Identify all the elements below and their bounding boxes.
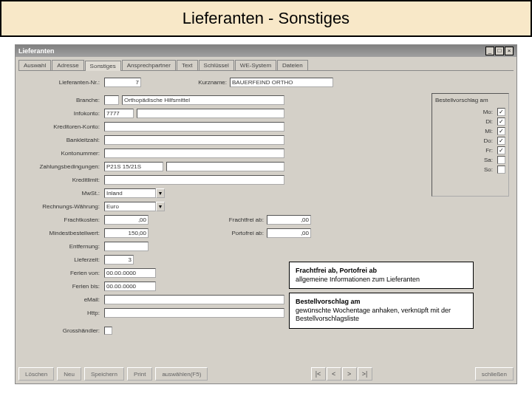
- chevron-down-icon[interactable]: ▼: [156, 202, 165, 211]
- bankleitzahl-label: Bankleitzahl:: [23, 137, 104, 143]
- callout-bestellvorschlag-title: Bestellvorschlag am: [296, 298, 361, 305]
- mindestbestellwert-input[interactable]: [104, 228, 149, 238]
- day-sa-checkbox[interactable]: [497, 156, 505, 164]
- branche-text-input[interactable]: [122, 95, 284, 105]
- tab-text[interactable]: Text: [177, 60, 198, 70]
- nav-next-button[interactable]: >: [342, 367, 357, 381]
- day-so-checkbox[interactable]: [497, 166, 505, 174]
- nav-first-button[interactable]: |<: [311, 367, 326, 381]
- mwst-dropdown[interactable]: ▼: [104, 188, 165, 198]
- tab-schluessel[interactable]: Schlüssel: [199, 60, 234, 70]
- day-fr-label: Fr:: [485, 147, 493, 154]
- day-mo-label: Mo:: [483, 109, 493, 115]
- ferienbis-label: Ferien bis:: [23, 283, 104, 290]
- tab-wesystem[interactable]: WE-System: [235, 60, 276, 70]
- frachtkosten-label: Frachtkosten:: [23, 216, 104, 223]
- day-mi-checkbox[interactable]: ✓: [497, 127, 505, 135]
- ferienvon-label: Ferien von:: [23, 270, 104, 276]
- bestellvorschlag-header: Bestellvorschlag am: [435, 97, 505, 103]
- frachtkosten-input[interactable]: [104, 215, 149, 225]
- tab-adresse[interactable]: Adresse: [52, 60, 83, 70]
- infokonto-input[interactable]: [104, 109, 134, 118]
- callout-frachtfrei-text: allgemeine Informationen zum Lieferanten: [296, 276, 420, 283]
- maximize-icon[interactable]: □: [495, 47, 504, 55]
- neu-button[interactable]: Neu: [57, 367, 81, 381]
- kreditlimit-input[interactable]: [104, 175, 284, 185]
- portofreiab-label: Portofrei ab:: [222, 230, 267, 236]
- mwst-label: MwSt.:: [23, 190, 104, 197]
- day-mi-label: Mi:: [485, 128, 493, 134]
- tab-dateien[interactable]: Dateien: [277, 60, 308, 70]
- branche-code-input[interactable]: [104, 95, 119, 105]
- mindestbestellwert-label: Mindestbestellwert:: [23, 230, 104, 236]
- loeschen-button[interactable]: Löschen: [18, 367, 54, 381]
- day-di-label: Di:: [485, 118, 493, 125]
- zahlungsbed-text-input[interactable]: [166, 162, 284, 171]
- nav-prev-button[interactable]: <: [327, 367, 341, 381]
- ferienvon-input[interactable]: [104, 268, 156, 278]
- titlebar: Lieferanten _ □ ×: [16, 45, 516, 57]
- minimize-icon[interactable]: _: [485, 47, 494, 55]
- waehrung-input[interactable]: [104, 202, 156, 211]
- lieferzeit-input[interactable]: [104, 255, 134, 265]
- auswaehlen-button[interactable]: auswählen(F5): [155, 367, 208, 381]
- tab-bar: Auswahl Adresse Sonstiges Ansprechpartne…: [18, 60, 514, 71]
- day-sa-label: Sa:: [484, 157, 493, 163]
- bottom-toolbar: Löschen Neu Speichern Print auswählen(F5…: [18, 367, 514, 381]
- infokonto-text-input[interactable]: [137, 109, 284, 118]
- bankleitzahl-input[interactable]: [104, 135, 284, 145]
- callout-bestellvorschlag: Bestellvorschlag am gewünschte Wochentag…: [289, 293, 474, 329]
- day-di-checkbox[interactable]: ✓: [497, 117, 505, 126]
- callout-frachtfrei: Frachtfrei ab, Portofrei ab allgemeine I…: [289, 262, 474, 289]
- page-banner: Lieferanten - Sonstiges: [0, 0, 532, 37]
- day-do-checkbox[interactable]: ✓: [497, 137, 505, 145]
- frachtfreiab-input[interactable]: [267, 215, 311, 225]
- entfernung-label: Entfernung:: [23, 243, 104, 250]
- tab-sonstiges[interactable]: Sonstiges: [85, 61, 121, 71]
- banner-title: Lieferanten - Sonstiges: [183, 9, 349, 28]
- tab-auswahl[interactable]: Auswahl: [18, 60, 51, 70]
- waehrung-label: Rechnungs-Währung:: [23, 203, 104, 210]
- infokonto-label: Infokonto:: [23, 110, 104, 117]
- http-label: Http:: [23, 310, 104, 316]
- print-button[interactable]: Print: [127, 367, 152, 381]
- mwst-input[interactable]: [104, 188, 156, 198]
- form-area: Lieferanten-Nr.: Kurzname: Branche: Info…: [16, 71, 516, 366]
- callout-frachtfrei-title: Frachtfrei ab, Portofrei ab: [296, 267, 377, 274]
- schliessen-button[interactable]: schließen: [475, 367, 514, 381]
- kontonummer-label: Kontonummer:: [23, 150, 104, 157]
- email-input[interactable]: [104, 295, 284, 304]
- speichern-button[interactable]: Speichern: [84, 367, 124, 381]
- close-icon[interactable]: ×: [505, 47, 514, 55]
- ferienbis-input[interactable]: [104, 282, 156, 291]
- bestellvorschlag-panel: Bestellvorschlag am Mo:✓ Di:✓ Mi:✓ Do:✓ …: [432, 93, 509, 197]
- frachtfreiab-label: Frachtfrei ab:: [222, 216, 267, 223]
- app-window: Lieferanten _ □ × Auswahl Adresse Sonsti…: [15, 44, 517, 384]
- grosshaendler-checkbox[interactable]: [104, 327, 112, 335]
- lieferzeit-label: Lieferzeit:: [23, 256, 104, 263]
- nav-last-button[interactable]: >|: [358, 367, 372, 381]
- grosshaendler-label: Grosshändler:: [23, 327, 104, 334]
- kontonummer-input[interactable]: [104, 149, 284, 158]
- kreditorenkonto-input[interactable]: [104, 122, 284, 132]
- portofreiab-input[interactable]: [267, 228, 311, 238]
- nav-buttons: |< < > >|: [311, 367, 372, 381]
- zahlungsbed-label: Zahlungsbedingungen:: [23, 163, 104, 170]
- window-title: Lieferanten: [18, 47, 55, 55]
- tab-ansprechpartner[interactable]: Ansprechpartner: [122, 60, 176, 70]
- kreditorenkonto-label: Kreditoren-Konto:: [23, 123, 104, 130]
- zahlungsbed-input[interactable]: [104, 162, 163, 171]
- day-fr-checkbox[interactable]: ✓: [497, 146, 505, 154]
- waehrung-dropdown[interactable]: ▼: [104, 202, 165, 211]
- branche-label: Branche:: [23, 97, 104, 103]
- kurzname-input[interactable]: [230, 78, 333, 87]
- entfernung-input[interactable]: [104, 242, 149, 251]
- lieferantennr-input[interactable]: [104, 78, 141, 87]
- lieferantennr-label: Lieferanten-Nr.:: [23, 79, 104, 86]
- kreditlimit-label: Kreditlimit:: [23, 177, 104, 183]
- chevron-down-icon[interactable]: ▼: [156, 188, 165, 198]
- email-label: eMail:: [23, 296, 104, 303]
- callout-bestellvorschlag-text: gewünschte Wochentage anhaken, verknüpft…: [296, 307, 451, 323]
- http-input[interactable]: [104, 308, 284, 318]
- day-mo-checkbox[interactable]: ✓: [497, 108, 505, 116]
